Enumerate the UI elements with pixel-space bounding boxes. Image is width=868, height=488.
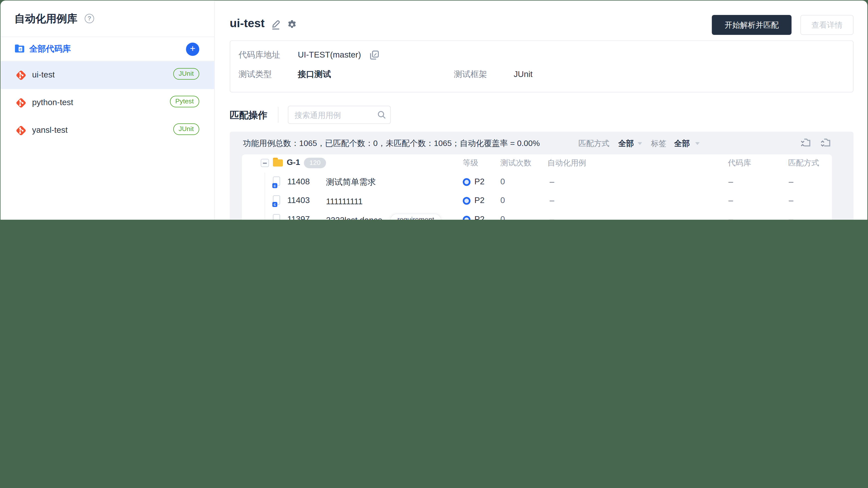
sidebar-header: 自动化用例库 ? [0,0,214,37]
search-box [288,106,391,124]
table-row[interactable]: c11403111111111P20––– [242,192,832,210]
chevron-down-icon[interactable] [638,142,642,145]
test-type-value: 接口测试 [298,69,331,80]
column-header-test-count: 测试次数 [500,158,531,168]
auto-case-empty: – [550,214,555,220]
framework-badge: JUnit [173,123,199,135]
git-icon [15,69,27,82]
page-title: 自动化用例库 [14,12,78,26]
test-count-value: 0 [500,195,505,205]
filter-match-type-value[interactable]: 全部 [618,139,634,149]
divider [278,107,278,123]
filter-tag-label: 标签 [651,139,666,149]
case-id: 11408 [287,176,310,186]
all-repos-label: 全部代码库 [29,43,71,54]
group-count-badge: 120 [304,158,326,168]
repo-title: ui-test [230,17,265,30]
help-icon[interactable]: ? [85,14,94,24]
screen: 自动化用例库 ? c 全部代码库 + ui-testJUnitpython-te… [0,0,868,220]
case-table: G-1 120 等级 测试次数 自动化用例 代码库 匹配方式 c11408测试简… [242,155,832,220]
repo-name: yansl-test [32,125,68,134]
stats-summary: 功能用例总数：1065，已匹配个数：0，未匹配个数：1065；自动化覆盖率 = … [243,138,540,149]
match-type-empty: – [789,176,794,186]
table-row[interactable]: c113972222last dancerequirementP20––– [242,210,832,220]
filter-match-type-label: 匹配方式 [579,139,609,149]
add-repo-button[interactable]: + [186,42,199,56]
priority-label: P2 [474,214,485,220]
chevron-down-icon[interactable] [695,142,700,145]
auto-case-empty: – [550,195,555,205]
match-type-empty: – [789,214,794,220]
test-count-value: 0 [500,176,505,186]
case-title: 111111111 [326,196,363,206]
match-section-title: 匹配操作 [230,109,268,122]
column-header-repo: 代码库 [728,158,751,168]
repo-address-label: 代码库地址 [239,50,280,60]
git-icon [15,97,27,109]
group-folder-icon [273,158,283,167]
repo-info-card: 代码库地址 UI-TEST(master) 测试类型 接口测试 测试框架 JUn… [230,40,854,92]
repo-empty: – [728,214,733,220]
priority-label: P2 [474,176,485,186]
repo-name: ui-test [32,70,55,79]
match-type-empty: – [789,195,794,205]
table-row[interactable]: c11408测试简单需求P20––– [242,173,832,192]
sidebar-item-python-test[interactable]: python-testPytest [0,89,214,117]
edit-icon[interactable] [270,19,281,31]
case-id: 11397 [287,214,310,220]
sidebar: 自动化用例库 ? c 全部代码库 + ui-testJUnitpython-te… [0,0,215,220]
copy-icon[interactable] [370,50,379,60]
priority-ring-icon [463,197,470,205]
column-header-priority: 等级 [463,158,478,168]
framework-label: 测试框架 [454,69,487,80]
priority-label: P2 [474,195,485,205]
settings-gear-icon[interactable] [287,20,297,30]
case-id: 11403 [287,195,310,205]
framework-badge: Pytest [170,96,199,107]
case-file-icon: c [273,214,281,220]
priority-ring-icon [463,216,470,220]
framework-value: JUnit [514,69,533,79]
group-name[interactable]: G-1 [287,158,300,167]
search-icon[interactable] [377,110,386,119]
repo-address-value: UI-TEST(master) [298,50,361,59]
case-tag: requirement [390,214,441,220]
filter-tag-value[interactable]: 全部 [674,139,689,149]
sidebar-item-all-repos[interactable]: c 全部代码库 + [0,37,214,62]
sidebar-item-ui-test[interactable]: ui-testJUnit [0,62,214,89]
repo-empty: – [728,195,733,205]
collapse-group-control[interactable] [261,159,269,167]
start-parse-match-button[interactable]: 开始解析并匹配 [712,15,792,35]
view-details-button[interactable]: 查看详情 [801,15,854,35]
repo-list: ui-testJUnitpython-testPytestyansl-testJ… [0,62,214,144]
repo-name: python-test [32,97,73,107]
case-file-icon: c [273,195,281,206]
repo-empty: – [728,176,733,186]
auto-case-empty: – [550,176,555,186]
priority-ring-icon [463,178,470,186]
search-input[interactable] [288,106,391,124]
app-window: 自动化用例库 ? c 全部代码库 + ui-testJUnitpython-te… [0,0,867,220]
sidebar-item-yansl-test[interactable]: yansl-testJUnit [0,117,214,144]
git-icon [15,125,27,137]
column-header-auto-case: 自动化用例 [548,158,586,168]
collapse-all-icon[interactable] [801,138,811,148]
framework-badge: JUnit [173,68,199,80]
column-header-match-type: 匹配方式 [788,158,819,168]
test-type-label: 测试类型 [239,69,272,80]
case-title: 2222last dance [326,215,382,220]
test-count-value: 0 [500,214,505,220]
blue-folder-icon: c [14,43,25,53]
expand-all-icon[interactable] [820,138,831,148]
case-file-icon: c [273,176,281,188]
match-panel: 功能用例总数：1065，已匹配个数：0，未匹配个数：1065；自动化覆盖率 = … [230,132,854,220]
svg-text:c: c [20,47,22,51]
case-title: 测试简单需求 [326,177,376,187]
